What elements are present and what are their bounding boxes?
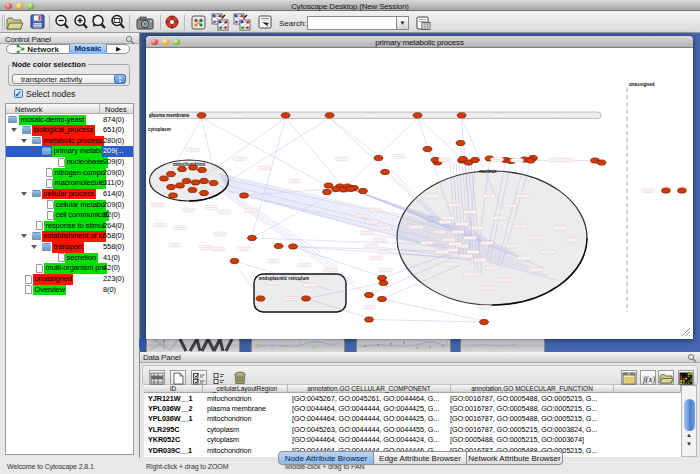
svg-text:endoplasmic reticulum: endoplasmic reticulum xyxy=(259,276,309,281)
svg-text:unassigned: unassigned xyxy=(629,82,655,87)
svg-text:f(x): f(x) xyxy=(643,374,655,384)
svg-text:cytoplasm: cytoplasm xyxy=(148,127,171,132)
svg-text:plasma membrane: plasma membrane xyxy=(149,113,190,118)
